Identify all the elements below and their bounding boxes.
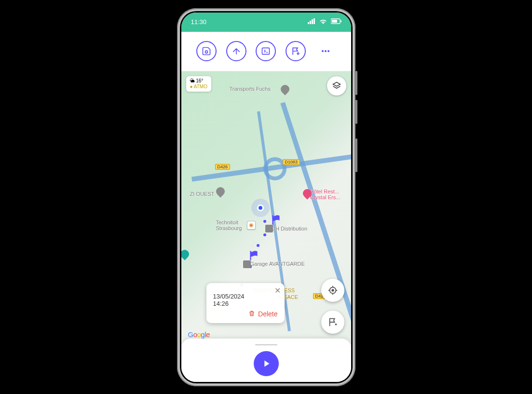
svg-rect-2 bbox=[341, 20, 341, 22]
volume-up-button[interactable] bbox=[355, 71, 357, 95]
map-layers-button[interactable] bbox=[327, 76, 346, 95]
weather-temp: 16° bbox=[196, 78, 203, 83]
current-location-dot bbox=[257, 204, 264, 211]
svg-point-5 bbox=[297, 53, 299, 54]
map-canvas[interactable]: D426 D1083 D426 Transports Fuchs ZI OUES… bbox=[181, 71, 351, 344]
more-button[interactable] bbox=[315, 41, 336, 61]
svg-point-6 bbox=[322, 50, 324, 52]
status-bar: 11:30 bbox=[181, 13, 351, 32]
battery-icon bbox=[331, 18, 341, 26]
bottom-sheet[interactable] bbox=[181, 339, 351, 382]
status-time: 11:30 bbox=[191, 18, 207, 26]
trash-icon bbox=[248, 310, 255, 318]
volume-down-button[interactable] bbox=[355, 100, 357, 124]
play-button[interactable] bbox=[254, 351, 279, 376]
weather-source: ATMO bbox=[194, 84, 207, 89]
weather-chip[interactable]: 🌦 16° ● ATMO bbox=[186, 76, 211, 92]
map-label: Technitoit Strasbourg bbox=[216, 219, 242, 231]
close-icon[interactable]: ✕ bbox=[274, 286, 281, 295]
save-button[interactable] bbox=[196, 41, 217, 61]
flag-settings-button[interactable] bbox=[286, 41, 306, 61]
map-label: Transports Fuchs bbox=[230, 86, 271, 92]
popup-date: 13/05/2024 bbox=[213, 293, 278, 300]
road-tag: D1083 bbox=[283, 159, 300, 165]
terminal-button[interactable] bbox=[256, 41, 276, 61]
drag-handle[interactable] bbox=[255, 344, 277, 345]
poi-pin-icon bbox=[279, 83, 291, 95]
svg-point-8 bbox=[327, 50, 329, 52]
map-label: ZI OUEST bbox=[190, 191, 215, 197]
my-location-button[interactable] bbox=[321, 279, 344, 302]
add-flag-button[interactable] bbox=[321, 311, 344, 334]
waypoint-base-icon bbox=[265, 225, 273, 232]
svg-point-7 bbox=[325, 50, 327, 52]
delete-button[interactable]: Delete bbox=[213, 310, 278, 318]
waypoint-popup: ✕ 13/05/2024 14:26 Delete bbox=[206, 283, 285, 323]
svg-point-10 bbox=[332, 289, 334, 291]
poi-pin-icon bbox=[214, 185, 226, 197]
svg-rect-1 bbox=[332, 20, 337, 23]
popup-time: 14:26 bbox=[213, 300, 278, 307]
delete-label: Delete bbox=[258, 310, 277, 318]
signal-icon bbox=[308, 18, 315, 26]
phone-frame: 11:30 bbox=[177, 8, 355, 386]
wifi-icon bbox=[319, 18, 327, 26]
waypoint-base-icon bbox=[243, 260, 251, 268]
power-button[interactable] bbox=[355, 138, 357, 172]
road-tag: D426 bbox=[215, 164, 231, 170]
toolbar bbox=[181, 32, 351, 71]
share-button[interactable] bbox=[226, 41, 246, 61]
svg-point-3 bbox=[205, 51, 208, 53]
poi-pin-icon bbox=[181, 248, 191, 260]
google-attribution: Google bbox=[188, 330, 210, 339]
poi-square-icon: ◉ bbox=[247, 221, 256, 230]
